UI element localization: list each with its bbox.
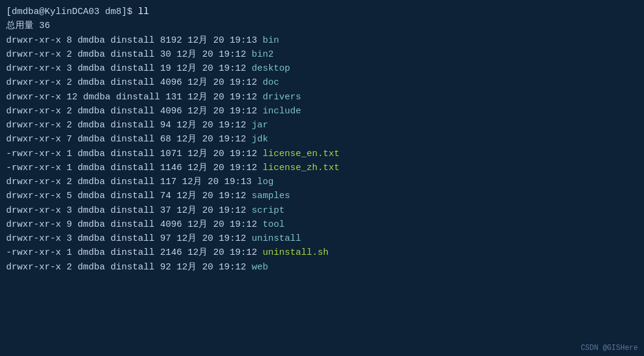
time: 19:12 [230,219,257,230]
perms: drwxr-xr-x [6,92,61,102]
table-row: drwxr-xr-x 2 dmdba dinstall 4096 12月 20 … [6,76,638,90]
group: dinstall [110,49,154,60]
perms: -rwxr-xr-x [6,163,61,173]
group: dinstall [110,35,154,46]
perms: drwxr-xr-x [6,49,61,60]
day: 20 [213,219,224,230]
filename: license_zh.txt [262,163,339,173]
terminal: [dmdba@KylinDCA03 dm8]$ ll 总用量 36 drwxr-… [0,0,644,356]
owner: dmdba [78,134,105,144]
size: 19 [160,63,171,74]
perms: drwxr-xr-x [6,77,61,88]
table-row: drwxr-xr-x 3 dmdba dinstall 97 12月 20 19… [6,232,638,246]
month: 12月 [182,177,202,187]
table-row: drwxr-xr-x 9 dmdba dinstall 4096 12月 20 … [6,218,638,232]
month: 12月 [176,233,197,244]
size: 97 [160,233,171,244]
month: 12月 [176,262,197,272]
time: 19:12 [219,233,246,244]
time: 19:13 [224,177,251,187]
time: 19:12 [219,134,246,144]
perms: drwxr-xr-x [6,191,61,201]
filename: web [251,262,268,272]
size: 4096 [160,219,182,230]
filename: samples [251,191,290,201]
time: 19:12 [219,205,246,216]
table-row: drwxr-xr-x 5 dmdba dinstall 74 12月 20 19… [6,189,638,203]
group: dinstall [110,233,154,244]
perms: drwxr-xr-x [6,205,61,216]
group: dinstall [110,219,154,230]
perms: drwxr-xr-x [6,177,61,187]
perms: drwxr-xr-x [6,35,61,46]
group: dinstall [110,77,154,88]
watermark: CSDN @GISHere [581,344,638,352]
month: 12月 [187,163,208,173]
num: 1 [67,163,72,173]
owner: dmdba [78,49,105,60]
size: 68 [160,134,171,144]
month: 12月 [176,191,197,201]
time: 19:12 [230,163,257,173]
perms: -rwxr-xr-x [6,247,61,258]
group: dinstall [110,191,154,201]
size: 8192 [160,35,182,46]
table-row: -rwxr-xr-x 1 dmdba dinstall 2146 12月 20 … [6,246,638,260]
time: 19:12 [230,247,257,258]
filename: bin2 [251,49,273,60]
time: 19:13 [230,35,257,46]
num: 5 [67,191,72,201]
size: 2146 [160,247,182,258]
filename: log [257,177,273,187]
filename: jdk [251,134,268,144]
owner: dmdba [78,35,105,46]
group: dinstall [110,177,154,187]
table-row: drwxr-xr-x 2 dmdba dinstall 92 12月 20 19… [6,260,638,274]
num: 2 [67,49,72,60]
owner: dmdba [78,149,105,159]
time: 19:12 [219,262,246,272]
group: dinstall [110,120,154,130]
time: 19:12 [219,63,246,74]
size: 4096 [160,77,182,88]
group: dinstall [110,134,154,144]
group: dinstall [110,106,154,116]
table-row: -rwxr-xr-x 1 dmdba dinstall 1146 12月 20 … [6,161,638,175]
size: 4096 [160,106,182,116]
time: 19:12 [230,106,257,116]
month: 12月 [176,49,197,60]
perms: drwxr-xr-x [6,219,61,230]
month: 12月 [187,219,208,230]
filename: doc [262,77,279,88]
command: ll [138,7,149,17]
owner: dmdba [78,163,105,173]
num: 12 [67,92,78,102]
owner: dmdba [83,92,110,102]
time: 19:12 [230,77,257,88]
num: 2 [67,106,72,116]
time: 19:12 [219,191,246,201]
day: 20 [213,247,224,258]
day: 20 [213,92,224,102]
perms: drwxr-xr-x [6,63,61,74]
perms: drwxr-xr-x [6,120,61,130]
num: 2 [67,120,72,130]
num: 1 [67,149,72,159]
size: 92 [160,262,171,272]
num: 9 [67,219,72,230]
group: dinstall [110,205,154,216]
filename: script [251,205,284,216]
perms: drwxr-xr-x [6,262,61,272]
prompt-line: [dmdba@KylinDCA03 dm8]$ ll [6,5,638,19]
num: 7 [67,134,72,144]
total-text: 总用量 36 [6,21,50,31]
num: 1 [67,247,72,258]
num: 2 [67,77,72,88]
table-row: drwxr-xr-x 7 dmdba dinstall 68 12月 20 19… [6,132,638,146]
size: 1146 [160,163,182,173]
group: dinstall [110,262,154,272]
total-line: 总用量 36 [6,19,638,33]
owner: dmdba [78,106,105,116]
owner: dmdba [78,219,105,230]
num: 8 [67,35,72,46]
